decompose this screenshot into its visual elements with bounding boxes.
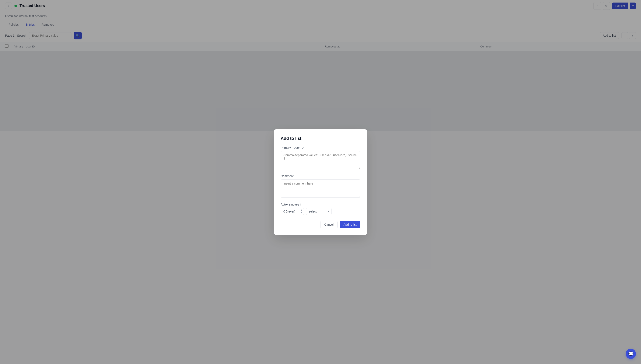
primary-user-id-label: Primary - User ID (281, 146, 360, 149)
auto-removes-label: Auto-removes in (281, 203, 360, 206)
comment-textarea[interactable] (281, 180, 360, 198)
spinner-down-button[interactable]: ▼ (300, 212, 303, 214)
auto-removes-row: ▲ ▼ select days weeks months ▾ (281, 208, 360, 215)
number-spinners: ▲ ▼ (300, 209, 303, 214)
cancel-button[interactable]: Cancel (320, 221, 338, 228)
modal-overlay: Add to list Primary - User ID Comment Au… (0, 0, 641, 364)
chat-icon: 💬 (628, 351, 633, 356)
primary-user-id-group: Primary - User ID (281, 146, 360, 170)
modal-title: Add to list (281, 136, 360, 141)
modal-footer: Cancel Add to list (281, 221, 360, 228)
period-select-wrap: select days weeks months ▾ (306, 208, 332, 215)
add-to-list-modal: Add to list Primary - User ID Comment Au… (274, 129, 367, 235)
comment-group: Comment (281, 174, 360, 198)
auto-removes-group: Auto-removes in ▲ ▼ select days weeks mo… (281, 203, 360, 215)
add-to-list-button-modal[interactable]: Add to list (340, 221, 360, 228)
spinner-up-button[interactable]: ▲ (300, 209, 303, 211)
period-select[interactable]: select days weeks months (306, 208, 332, 215)
primary-user-id-textarea[interactable] (281, 151, 360, 169)
number-input-wrap: ▲ ▼ (281, 208, 304, 215)
comment-label: Comment (281, 174, 360, 178)
chat-bubble-button[interactable]: 💬 (626, 349, 636, 359)
